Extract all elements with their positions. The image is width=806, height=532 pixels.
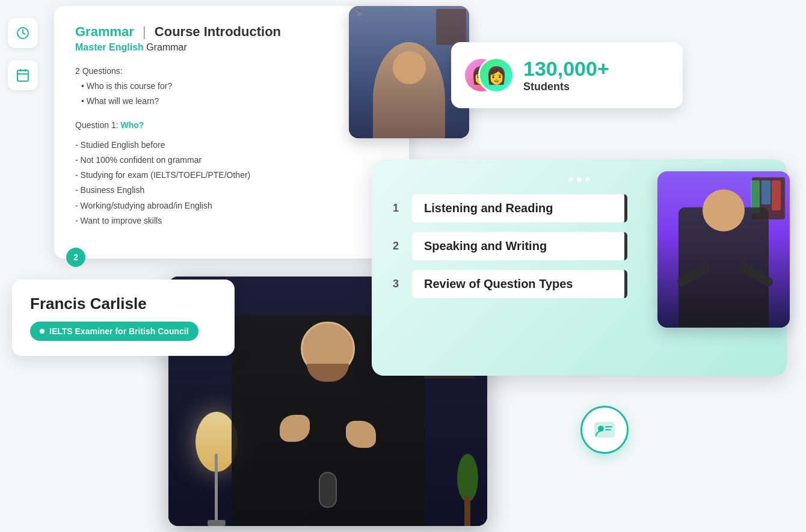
students-info: 130,000+ Students — [523, 57, 609, 93]
sidebar — [0, 0, 45, 532]
svg-rect-1 — [17, 70, 28, 81]
lesson-bar-1: Listening and Reading — [412, 194, 627, 222]
grammar-title-green: Grammar — [75, 24, 134, 39]
question1-who: Who? — [121, 120, 144, 130]
question1-line: Question 1: Who? — [75, 118, 388, 133]
slide-number-badge: 2 — [66, 248, 85, 267]
subtitle-green: Master English — [75, 42, 144, 52]
questions-label: 2 Questions: — [75, 64, 388, 79]
lesson-item-1: 1 Listening and Reading — [393, 194, 627, 222]
grammar-card-title: Grammar | Course Introduction — [75, 24, 388, 40]
students-avatars: 👩 👩 — [463, 54, 511, 96]
bullet-3: - Studying for exam (IELTS/TOEFL/PTE/Oth… — [75, 168, 388, 183]
bullet-2: - Not 100% confident on grammar — [75, 153, 388, 168]
instructor-name: Francis Carlisle — [30, 295, 217, 313]
students-label: Students — [523, 81, 609, 93]
bullet-4: - Business English — [75, 183, 388, 198]
bullet-5: - Working/studying abroad/in English — [75, 198, 388, 213]
dot-1 — [568, 177, 573, 182]
main-content-card: 1 Listening and Reading 2 Speaking and W… — [372, 159, 787, 376]
question-1: • Who is this course for? — [81, 79, 388, 94]
instructor-video-card — [657, 171, 790, 328]
grammar-card-subtitle: Master English Grammar — [75, 42, 388, 53]
contact-icon-circle[interactable] — [580, 406, 629, 454]
bullet-6: - Want to improve skills — [75, 213, 388, 228]
calendar-sidebar-icon[interactable] — [8, 60, 38, 90]
lesson-bar-3: Review of Question Types — [412, 270, 627, 298]
dot-3 — [585, 177, 590, 182]
instructor-badge: IELTS Examiner for British Council — [30, 322, 198, 341]
lesson-number-1: 1 — [393, 202, 405, 215]
question-2: • What will we learn? — [81, 94, 388, 109]
instructor-card: Francis Carlisle IELTS Examiner for Brit… — [12, 280, 235, 356]
avatar-2: 👩 — [478, 57, 514, 93]
grammar-title-rest: Course Introduction — [155, 24, 281, 39]
lesson-item-2: 2 Speaking and Writing — [393, 232, 627, 260]
grammar-title-divider: | — [143, 24, 146, 40]
bullet-list: - Studied English before - Not 100% conf… — [75, 138, 388, 228]
students-badge: 👩 👩 130,000+ Students — [451, 42, 683, 108]
subtitle-rest: Grammar — [146, 42, 187, 52]
instructor-badge-text: IELTS Examiner for British Council — [49, 326, 189, 336]
lesson-bar-2: Speaking and Writing — [412, 232, 627, 260]
question1-label: Question 1: — [75, 120, 121, 130]
lesson-number-3: 3 — [393, 278, 405, 290]
students-count: 130,000+ — [523, 57, 609, 81]
lesson-number-2: 2 — [393, 240, 405, 252]
grammar-card-body: 2 Questions: • Who is this course for? •… — [75, 64, 388, 228]
clock-sidebar-icon[interactable] — [8, 18, 38, 48]
svg-rect-5 — [595, 423, 614, 437]
bullet-1: - Studied English before — [75, 138, 388, 153]
dot-2-active — [577, 177, 582, 182]
lesson-item-3: 3 Review of Question Types — [393, 270, 627, 298]
